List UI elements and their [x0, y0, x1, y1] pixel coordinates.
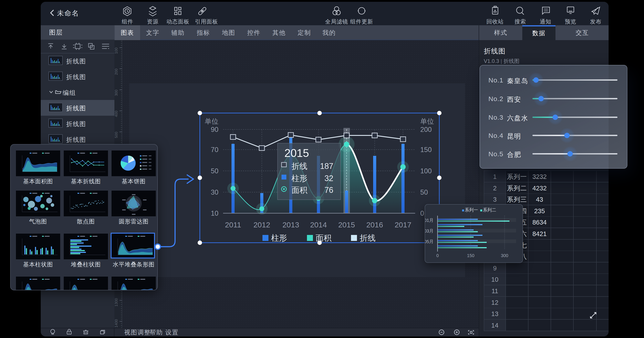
svg-text:76: 76 [324, 186, 333, 195]
svg-text:折线: 折线 [360, 233, 376, 242]
svg-text:系列二: 系列二 [483, 208, 496, 212]
svg-text:05月: 05月 [425, 239, 434, 244]
svg-text:200: 200 [420, 126, 432, 133]
svg-text:2015: 2015 [284, 147, 309, 159]
svg-text:单位: 单位 [420, 117, 434, 125]
svg-text:100: 100 [420, 167, 432, 175]
svg-text:70: 70 [211, 146, 218, 153]
svg-text:01月: 01月 [425, 218, 434, 223]
svg-text:2013: 2013 [282, 221, 299, 229]
svg-text:10: 10 [211, 210, 218, 217]
svg-text:90: 90 [211, 126, 218, 133]
svg-text:32: 32 [324, 174, 333, 183]
svg-text:150: 150 [420, 146, 432, 153]
svg-text:单位: 单位 [205, 117, 218, 125]
svg-text:0: 0 [436, 253, 439, 258]
svg-text:30: 30 [211, 188, 218, 196]
svg-text:50: 50 [211, 167, 218, 175]
svg-text:折线: 折线 [292, 161, 308, 171]
svg-text:2014: 2014 [310, 221, 327, 229]
svg-text:面积: 面积 [316, 233, 332, 242]
svg-text:系列一: 系列一 [465, 208, 478, 212]
svg-text:150: 150 [467, 253, 474, 258]
svg-text:2012: 2012 [254, 221, 270, 229]
svg-text:300: 300 [501, 253, 508, 258]
svg-text:187: 187 [320, 161, 333, 171]
svg-text:2015: 2015 [338, 221, 355, 229]
svg-text:柱形: 柱形 [292, 174, 308, 183]
svg-text:50: 50 [420, 188, 428, 196]
svg-text:面积: 面积 [292, 186, 308, 195]
svg-text:柱形: 柱形 [271, 233, 287, 242]
svg-text:2011: 2011 [225, 221, 241, 229]
svg-text:2016: 2016 [366, 221, 383, 229]
svg-text:2017: 2017 [394, 221, 412, 229]
svg-text:03月: 03月 [425, 229, 434, 233]
svg-text:0: 0 [420, 210, 424, 217]
